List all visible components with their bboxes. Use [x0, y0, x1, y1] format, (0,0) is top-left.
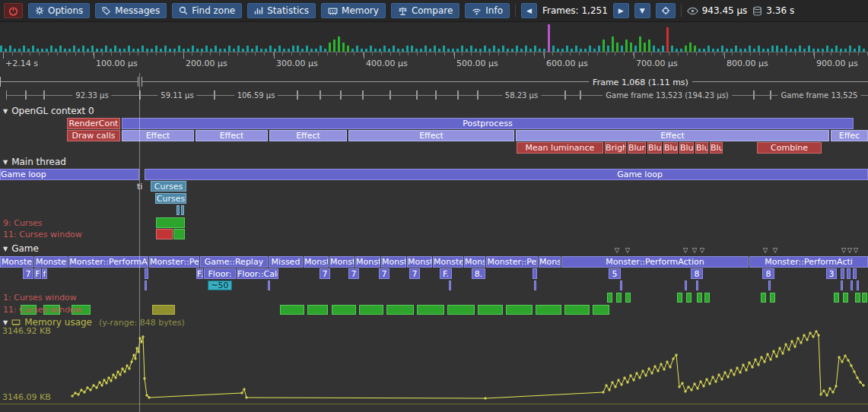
timeline-zone[interactable]: [841, 268, 844, 279]
frame-histogram-bar[interactable]: [141, 46, 144, 52]
frame-histogram-bar[interactable]: [771, 46, 774, 52]
sub-frame[interactable]: [416, 90, 437, 100]
frame-histogram-bar[interactable]: [23, 46, 25, 52]
timeline-zone[interactable]: [853, 268, 857, 279]
timeline-zone[interactable]: 7: [23, 268, 33, 279]
frame-histogram-bar[interactable]: [502, 46, 504, 52]
timeline-zone[interactable]: Monste: [433, 256, 463, 268]
timeline-zone[interactable]: Floor:: [204, 268, 236, 279]
timeline-zone[interactable]: Effect: [348, 130, 514, 141]
frame-histogram-bar[interactable]: [826, 46, 828, 52]
timeline-zone[interactable]: Effect: [516, 130, 829, 141]
timeline-zone[interactable]: Floor::Calc: [237, 268, 278, 279]
frame-histogram-bar[interactable]: [612, 36, 614, 52]
timeline-zone[interactable]: Mean luminance: [517, 142, 603, 154]
frame-histogram-bar[interactable]: [621, 46, 623, 52]
frame-histogram-bar[interactable]: [443, 46, 445, 52]
prev-frame-button[interactable]: ◀: [521, 3, 537, 18]
message-marker-icon[interactable]: ▽: [761, 247, 769, 255]
timeline-zone[interactable]: Monst: [381, 256, 406, 268]
sub-frame[interactable]: [753, 90, 771, 100]
timeline-zone[interactable]: Monster::Pe: [149, 256, 199, 268]
frame-histogram-bar[interactable]: [338, 36, 340, 52]
timeline-zone[interactable]: 7: [379, 268, 389, 279]
message-marker-icon[interactable]: ▽: [613, 247, 621, 255]
frame-histogram-bar[interactable]: [525, 46, 527, 52]
frame-histogram-bar[interactable]: [306, 46, 308, 52]
sub-frame[interactable]: Game frame 13,523 (194.23 µs): [580, 90, 755, 100]
timeline-zone[interactable]: [685, 280, 687, 290]
section-header-game[interactable]: ▼ Game: [3, 243, 39, 254]
frame-histogram-bar[interactable]: [776, 46, 778, 52]
timeline-zone[interactable]: Postprocess: [122, 118, 854, 129]
timeline-zone[interactable]: [768, 280, 771, 290]
frame-histogram-bar[interactable]: [105, 46, 107, 52]
power-button[interactable]: [4, 3, 23, 18]
frame-histogram-bar[interactable]: [849, 46, 851, 52]
frame-histogram-bar[interactable]: [320, 46, 322, 52]
frame-histogram-bar[interactable]: [749, 46, 751, 52]
timeline-zone[interactable]: [697, 293, 702, 303]
timeline-zone[interactable]: [449, 280, 451, 290]
frame-histogram-bar[interactable]: [758, 46, 760, 52]
timeline-zone[interactable]: [145, 268, 148, 279]
timeline-zone[interactable]: [620, 280, 622, 290]
timeline-zone[interactable]: Monst: [407, 256, 432, 268]
frame-histogram-bar[interactable]: [0, 46, 2, 52]
timeline-zone[interactable]: [506, 305, 533, 315]
frame-histogram-bar[interactable]: [178, 46, 180, 52]
timeline-zone[interactable]: f: [42, 268, 47, 279]
timeline-zone[interactable]: Effect: [269, 130, 347, 141]
timeline-zone[interactable]: [156, 229, 173, 239]
timeline-zone[interactable]: Curses: [151, 181, 186, 192]
timeline-zone[interactable]: [145, 280, 147, 290]
timeline-zone[interactable]: Effec: [831, 130, 868, 141]
frame-histogram-bar[interactable]: [205, 46, 208, 52]
timeline-zone[interactable]: [173, 229, 185, 239]
timeline-zone[interactable]: [181, 205, 184, 215]
section-header-opengl[interactable]: ▼ OpenGL context 0: [3, 106, 94, 116]
timeline-zone[interactable]: [857, 280, 859, 290]
frame-histogram-bar[interactable]: [799, 46, 801, 52]
timeline-zone[interactable]: F: [34, 268, 41, 279]
frame-histogram-bar[interactable]: [59, 46, 62, 52]
timeline-zone[interactable]: Blur: [695, 142, 708, 154]
frame-histogram-bar[interactable]: [215, 46, 217, 52]
message-marker-icon[interactable]: ▽: [698, 247, 706, 255]
plot-label[interactable]: 1: Curses window: [3, 293, 125, 303]
timeline-zone[interactable]: RenderCont: [67, 118, 120, 129]
timeline-zone[interactable]: [268, 280, 270, 290]
frame-histogram-bar[interactable]: [835, 46, 838, 52]
message-marker-icon[interactable]: ▽: [852, 247, 860, 255]
timeline-zone[interactable]: [761, 293, 766, 303]
sub-frame[interactable]: [435, 90, 459, 100]
sub-frame[interactable]: [362, 90, 391, 100]
timeline-zone[interactable]: [417, 305, 444, 315]
frame-histogram-bar[interactable]: [858, 46, 860, 52]
sub-frame[interactable]: [320, 90, 342, 100]
frame-histogram-bar[interactable]: [50, 46, 52, 52]
frame-histogram-bar[interactable]: [516, 46, 518, 52]
frame-histogram-bar[interactable]: [648, 40, 650, 52]
frame-histogram-bar[interactable]: [370, 46, 372, 52]
timeline-zone[interactable]: Game::Replay: [200, 256, 268, 268]
sub-frame[interactable]: 59.11 µs: [139, 90, 215, 100]
sub-frame[interactable]: [564, 90, 581, 100]
frame-histogram-bar[interactable]: [114, 46, 116, 52]
timeline-zone[interactable]: [834, 293, 839, 303]
timeline-zone[interactable]: Mons: [539, 256, 561, 268]
timeline-zone[interactable]: [152, 305, 175, 315]
timeline-zone[interactable]: [770, 293, 775, 303]
timeline-zone[interactable]: [564, 305, 590, 315]
frame-current[interactable]: Frame 1,068 (1.11 ms): [141, 77, 868, 87]
frame-histogram-bar[interactable]: [192, 46, 194, 52]
sub-frame[interactable]: [297, 90, 321, 100]
find-zone-button[interactable]: Find zone: [172, 3, 242, 18]
frame-histogram-bar[interactable]: [630, 43, 632, 52]
frame-histogram-bar[interactable]: [256, 46, 258, 52]
sub-frame[interactable]: 106.59 µs: [214, 90, 298, 100]
frame-histogram-bar[interactable]: [228, 46, 231, 52]
frame-histogram-bar[interactable]: [534, 46, 536, 52]
timeline-zone[interactable]: [156, 217, 185, 228]
frame-previous[interactable]: [0, 77, 138, 87]
